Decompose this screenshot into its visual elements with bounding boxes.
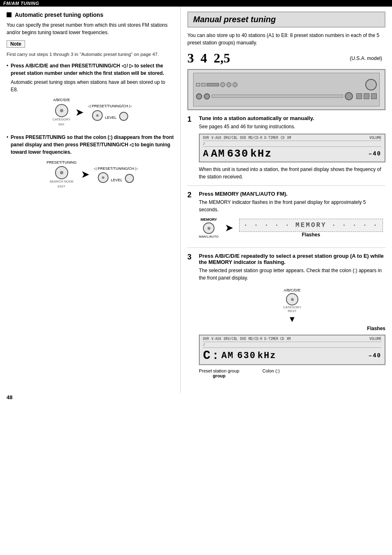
flashes-label-1: Flashes: [302, 232, 321, 238]
display-station-letter: A: [203, 149, 209, 159]
preset-station-group-label: Preset station group group: [199, 368, 239, 378]
abcde-3-label: A/B/C/D/E: [284, 288, 300, 292]
memory-label-top: MEMORY: [201, 217, 217, 222]
step-2-num: 2: [187, 191, 195, 243]
category-knob[interactable]: [55, 104, 68, 117]
note-box: Note: [7, 40, 25, 48]
c-label-xm: XM: [286, 337, 291, 341]
preset-station-group: group: [199, 373, 239, 378]
label-cd: CD: [281, 136, 285, 140]
step-3-num: 3: [187, 253, 195, 378]
bottom-bar: 48: [0, 393, 392, 405]
step-1-note: When this unit is tuned into a station, …: [199, 166, 385, 180]
left-body-text: You can specify the preset number from w…: [7, 21, 174, 36]
step-1-content: Tune into a station automatically or man…: [199, 115, 385, 180]
colon-label: Colon (:): [262, 368, 279, 378]
category-knob-3[interactable]: [286, 293, 298, 305]
step-2-title: Press MEMORY (MAN'L/AUTO FM).: [199, 191, 385, 197]
label-mdcdr: MD/CD-R D-TIMER: [249, 136, 278, 140]
label-drvcbl: DRV/CBL: [224, 136, 238, 140]
bullet-1: Press A/B/C/D/E and then PRESET/TUNING/C…: [7, 62, 174, 127]
note-label: Note: [10, 41, 21, 47]
top-bar: FM/AM TUNING: [0, 0, 392, 7]
step-3-block: 3 Press A/B/C/D/E repeatedly to select a…: [187, 253, 385, 383]
arrow-right-2: ➤: [81, 168, 89, 181]
c-khz: kHz: [258, 351, 277, 361]
step-2-block: 2 Press MEMORY (MAN'L/AUTO FM). The MEMO…: [187, 191, 385, 248]
display-top-row-1: DVR V-AUX DRV/CBL DVD MD/CD-R D-TIMER CD…: [203, 136, 381, 141]
memory-knob[interactable]: [203, 222, 214, 234]
arrow-down-3: ▼: [288, 314, 296, 324]
knob-group-abcde: A/B/C/D/E CATEGORYMIX: [53, 97, 71, 127]
step-3-content: Press A/B/C/D/E repeatedly to select a p…: [199, 253, 385, 378]
searchnode-label: SEARCH NODEEDIT: [49, 179, 74, 189]
bullet-2-diagram: PRESET/TUNING SEARCH NODEEDIT ➤ ◁ PRESET…: [11, 160, 174, 190]
bullet-1-text: Press A/B/C/D/E and then PRESET/TUNING/C…: [11, 63, 164, 76]
step-1-sub: See pages 45 and 46 for tuning instructi…: [199, 123, 385, 130]
step-numbers-row: 3 4 2,5 (U.S.A. model): [187, 51, 385, 66]
manl-label: MAN'L/AUTO: [199, 235, 219, 238]
page-number: 48: [7, 394, 12, 400]
flashes-label-2: Flashes: [367, 326, 385, 331]
c-am: AM: [221, 351, 234, 361]
step-1-title: Tune into a station automatically or man…: [199, 115, 385, 121]
section-icon: [7, 12, 12, 17]
step-2-content: Press MEMORY (MAN'L/AUTO FM). The MEMORY…: [199, 191, 385, 243]
step-1-block: 1 Tune into a station automatically or m…: [187, 115, 385, 186]
label-vaux: V-AUX: [211, 136, 221, 140]
bullet-2: Press PRESET/TUNING so that the colon (:…: [7, 134, 174, 190]
knob-group-presettun: PRESET/TUNING SEARCH NODEEDIT: [46, 160, 76, 190]
display-c-top: DVR V-AUX DRV/CBL DVD MD/CD-R D-TIMER CD…: [203, 337, 381, 342]
knob-group-preset: ◁ PRESET/TUNING/CH ▷ LEVEL: [88, 104, 132, 121]
presettun-label: PRESET/TUNING: [46, 160, 76, 166]
knob-group-preset2: ◁ PRESET/TUNING/CH ▷ LEVEL: [94, 166, 138, 183]
knob-group-abcde-3: A/B/C/D/E CATEGORYREST: [283, 288, 301, 313]
c-freq: 630: [237, 351, 256, 361]
display-top-row-jp: ♪: [203, 142, 381, 147]
memory-diagram: MEMORY MAN'L/AUTO ➤ · · · · · MEMORY · ·…: [199, 217, 385, 238]
usa-model-label: (U.S.A. model): [350, 56, 382, 61]
step-num-large-25: 2,5: [214, 51, 230, 66]
step-num-large-3: 3: [187, 51, 194, 66]
preset-station-text: Preset station group: [199, 368, 239, 373]
note-text: First carry out steps 1 through 3 in "Au…: [7, 51, 174, 58]
memory-knob-group: MEMORY MAN'L/AUTO: [199, 217, 219, 238]
bullet-1-diagram: A/B/C/D/E CATEGORYMIX ➤ ◁ PRESET/TUNING/…: [11, 97, 174, 127]
label-dvr: DVR: [203, 136, 209, 140]
step-num-large-4: 4: [201, 51, 207, 66]
bullet-2-text: Press PRESET/TUNING so that the colon (:…: [11, 134, 174, 155]
manual-preset-heading: Manual preset tuning: [187, 12, 385, 28]
preset2-label: ◁ PRESET/TUNING/CH ▷: [94, 166, 138, 172]
display-panel-1: DVR V-AUX DRV/CBL DVD MD/CD-R D-TIMER CD…: [199, 134, 385, 162]
c-label-volume: VOLUME: [369, 337, 381, 341]
display-c-panel: DVR V-AUX DRV/CBL DVD MD/CD-R D-TIMER CD…: [199, 335, 385, 365]
preset-knob[interactable]: [92, 110, 103, 121]
c-label-dvr: DVR: [203, 337, 209, 341]
section-title: Automatic preset tuning options: [7, 12, 174, 18]
level-knob[interactable]: [119, 112, 128, 121]
abcde-label: A/B/C/D/E: [53, 97, 70, 103]
c-colon: :: [212, 349, 220, 362]
level2-knob[interactable]: [125, 174, 134, 183]
step-2-sub: The MEMORY indicator flashes in the fron…: [199, 199, 385, 213]
display-c-main: C : AM 630 kHz –40: [203, 349, 381, 363]
display-am: AM: [211, 148, 225, 160]
label-xm: XM: [287, 136, 291, 140]
preset2-knob[interactable]: [98, 172, 108, 183]
c-label-dvd: DVD: [240, 337, 246, 341]
preset-ch-label: ◁ PRESET/TUNING/CH ▷: [88, 104, 132, 109]
display-khz: kHz: [250, 148, 272, 160]
arrow-right-1: ➤: [76, 106, 83, 119]
c-display-top-row-jp: ♪: [203, 343, 381, 348]
step-3-title: Press A/B/C/D/E repeatedly to select a p…: [199, 253, 385, 265]
c-char: C: [203, 349, 211, 363]
colon-label-text: Colon (:): [262, 368, 279, 373]
right-column: Manual preset tuning You can also store …: [181, 7, 392, 393]
memory-flash-display: · · · · · MEMORY · · · · · Flashes: [239, 219, 383, 238]
step-3-diagram: A/B/C/D/E CATEGORYREST ▼ Flashes: [199, 285, 385, 331]
searchnode-knob[interactable]: [55, 166, 68, 179]
c-vol: –40: [369, 352, 381, 359]
label-jp: ♪: [203, 142, 205, 146]
receiver-image: [187, 69, 385, 110]
display-volume-val: –40: [369, 150, 381, 157]
